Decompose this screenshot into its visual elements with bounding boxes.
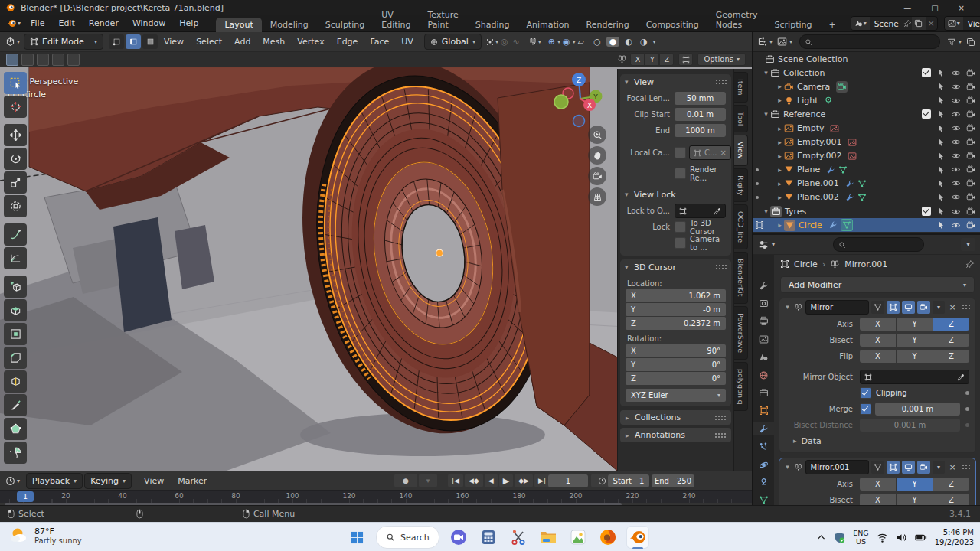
timeline-marker-menu[interactable]: Marker: [172, 476, 213, 486]
clip-start-field[interactable]: 0.01 m: [675, 108, 726, 121]
selectable-icon[interactable]: [936, 138, 946, 147]
cursor-rotation-y-field[interactable]: Y0°: [626, 358, 726, 371]
animate-dot[interactable]: [965, 391, 969, 395]
options-dropdown[interactable]: Options ▾: [697, 53, 746, 66]
hide-icon[interactable]: [951, 123, 961, 133]
selectable-icon[interactable]: [936, 179, 946, 188]
jump-to-start-button[interactable]: |◀: [448, 474, 463, 487]
vertex-select-button[interactable]: [109, 34, 124, 49]
render-visibility-icon[interactable]: [966, 109, 976, 119]
properties-search-input[interactable]: [833, 237, 924, 252]
auto-key-record-button[interactable]: ●: [394, 474, 417, 487]
axis-negative-y[interactable]: [554, 95, 568, 109]
sidebar-tab-blenderkit[interactable]: BlenderKit: [734, 252, 748, 303]
pin-icon[interactable]: [903, 19, 912, 28]
tool-spin[interactable]: [4, 442, 27, 464]
unlink-scene-button[interactable]: ×: [926, 18, 937, 28]
selectable-icon[interactable]: [936, 96, 946, 105]
clear-icon[interactable]: ×: [720, 148, 727, 157]
render-visibility-icon[interactable]: [966, 165, 976, 174]
language-indicator[interactable]: ENGUS: [853, 529, 868, 546]
tab-output[interactable]: [753, 315, 774, 328]
outliner-row-circle[interactable]: ▸ Circle: [753, 218, 980, 232]
select-mode-subtract-button[interactable]: [37, 54, 49, 66]
navigation-gizmo[interactable]: Z Y X: [548, 73, 609, 134]
sidebar-tab-rigify[interactable]: Rigify: [734, 168, 748, 203]
tab-object[interactable]: [753, 405, 774, 417]
outliner-row-tyres[interactable]: ▾ Tyres: [753, 204, 980, 218]
outliner-row-reference[interactable]: ▾ Reference: [753, 107, 980, 121]
chat-app-button[interactable]: [448, 527, 469, 548]
tab-scripting[interactable]: Scripting: [766, 18, 821, 32]
sidebar-tab-view[interactable]: View: [734, 135, 748, 166]
bisect-y-toggle[interactable]: Y: [897, 494, 933, 505]
eyedropper-icon[interactable]: [714, 207, 721, 215]
file-explorer-button[interactable]: [537, 527, 559, 548]
cursor-rotation-z-field[interactable]: Z0°: [626, 372, 726, 385]
on-cage-toggle[interactable]: [871, 301, 884, 314]
modifier-extras-button[interactable]: ▾: [933, 461, 946, 474]
local-camera-checkbox[interactable]: [675, 147, 686, 158]
tab-world[interactable]: [753, 369, 774, 381]
outliner-row-scene-collection[interactable]: Scene Collection: [753, 52, 980, 66]
panel-grip-icon[interactable]: [714, 415, 726, 421]
selectable-icon[interactable]: [936, 124, 946, 133]
tab-uv-editing[interactable]: UV Editing: [373, 8, 419, 32]
menu-file[interactable]: File: [24, 15, 51, 32]
snap-toggle[interactable]: ▾: [528, 37, 541, 47]
tool-rotate[interactable]: [4, 148, 27, 170]
outliner-row-plane-002[interactable]: ▸ Plane.002: [753, 191, 980, 204]
tool-select-box[interactable]: [4, 72, 27, 94]
start-button[interactable]: [346, 527, 368, 548]
tab-modeling[interactable]: Modeling: [262, 18, 317, 32]
properties-options-button[interactable]: ▾: [961, 238, 975, 251]
render-visibility-icon[interactable]: [966, 68, 976, 78]
tool-loop-cut[interactable]: [4, 370, 27, 393]
mirror-y-toggle[interactable]: Y: [645, 53, 659, 66]
pan-button[interactable]: [588, 146, 606, 165]
hide-icon[interactable]: [951, 96, 961, 106]
clock[interactable]: 5:46 PM19/2/2023: [935, 527, 974, 547]
menu-help[interactable]: Help: [172, 15, 205, 32]
render-visibility-icon[interactable]: [966, 96, 976, 106]
tab-sculpting[interactable]: Sculpting: [317, 18, 373, 32]
data-subpanel-header[interactable]: ▸ Data: [779, 434, 975, 448]
snipping-tool-button[interactable]: [508, 527, 529, 548]
minimize-button[interactable]: —: [903, 4, 911, 12]
jump-to-end-button[interactable]: ▶|: [534, 474, 550, 487]
clip-end-field[interactable]: 1000 m: [675, 124, 726, 137]
outliner-row-collection[interactable]: ▾ Collection: [753, 66, 980, 80]
tab-layout[interactable]: Layout: [216, 18, 261, 32]
menu-window[interactable]: Window: [126, 15, 172, 32]
timeline-editor-icon[interactable]: [5, 476, 15, 486]
add-modifier-dropdown[interactable]: Add Modifier ▾: [780, 276, 975, 293]
shading-solid-button[interactable]: ●: [606, 37, 620, 47]
lock-3d-cursor-checkbox[interactable]: [675, 221, 686, 233]
tab-shading[interactable]: Shading: [467, 18, 518, 32]
focal-length-field[interactable]: 50 mm: [675, 92, 726, 105]
hide-icon[interactable]: [951, 192, 961, 202]
scene-browse-button[interactable]: ▾: [851, 17, 870, 30]
menu-edit[interactable]: Edit: [51, 15, 81, 32]
menu-vertex[interactable]: Vertex: [291, 37, 330, 47]
menu-uv[interactable]: UV: [395, 37, 420, 47]
bisect-z-toggle[interactable]: Z: [933, 334, 969, 347]
modifier-name-field[interactable]: Mirror.001: [805, 460, 869, 474]
outliner-row-empty[interactable]: ▸ Empty: [753, 121, 980, 135]
hide-icon[interactable]: [951, 68, 961, 78]
shading-rendered-button[interactable]: ◑: [638, 37, 650, 47]
view-lock-header[interactable]: ▾ View Lock: [620, 187, 731, 202]
prev-keyframe-button[interactable]: ◀◆: [465, 474, 483, 487]
tab-constraints[interactable]: [753, 476, 774, 488]
frame-end-field[interactable]: End250: [652, 474, 694, 487]
delete-modifier-button[interactable]: ×: [947, 302, 957, 312]
current-frame-field[interactable]: 1: [548, 474, 588, 487]
tool-add-cube[interactable]: [4, 276, 27, 298]
render-visibility-icon[interactable]: [966, 178, 976, 188]
render-visibility-icon[interactable]: [966, 207, 976, 217]
tab-object-data[interactable]: [753, 494, 774, 505]
tool-knife[interactable]: [4, 394, 27, 416]
panel-grip-icon[interactable]: [715, 79, 727, 85]
render-toggle[interactable]: [917, 461, 930, 474]
cursor-location-x-field[interactable]: X1.062 m: [626, 289, 726, 302]
